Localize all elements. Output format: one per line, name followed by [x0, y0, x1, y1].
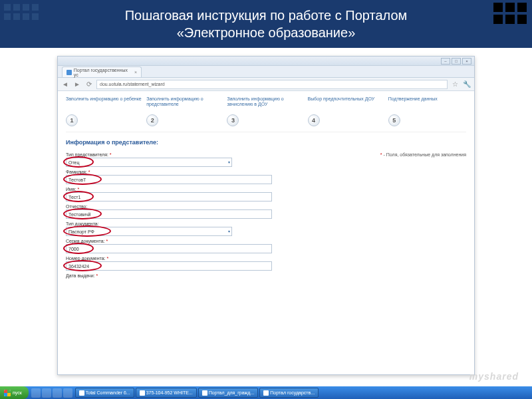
window-controls: – □ ×: [58, 57, 474, 66]
field-label: Тип представителя: *: [66, 152, 368, 157]
form-fields: Тип представителя: * Отец▾ Фамилия: * Те…: [66, 152, 368, 281]
input-value: 36432424: [68, 264, 89, 269]
taskbar-item-label: 375-104-952 WHITE...: [146, 390, 193, 395]
field-label: Имя: *: [66, 187, 368, 192]
chevron-down-icon: ▾: [228, 160, 230, 164]
surname-input[interactable]: ТестовТ: [66, 175, 272, 184]
wizard-step-number: 5: [388, 114, 400, 126]
field-representative-type: Тип представителя: * Отец▾: [66, 152, 368, 167]
wizard-step-label: Заполнить информацию о зачислению в ДОУ: [227, 96, 305, 112]
url-bar: ◄ ► ⟳ dou.uotula.ru/statement_wizard ☆ 🔧: [58, 78, 474, 91]
forward-icon[interactable]: ►: [72, 80, 82, 89]
field-document-number: Номер документа: * 36432424: [66, 256, 368, 271]
app-icon: [263, 390, 269, 396]
taskbar-item-label: Total Commander 6...: [86, 390, 130, 395]
tab-close-icon[interactable]: ×: [134, 70, 137, 74]
required-hint: * - Поля, обязательные для заполнения: [380, 152, 466, 281]
wizard-step-1[interactable]: Заполнить информацию о ребенке 1: [66, 96, 144, 126]
quick-launch-item[interactable]: [53, 388, 62, 398]
wizard-steps: Заполнить информацию о ребенке 1 Заполни…: [66, 96, 466, 132]
field-name: Имя: * Тест1: [66, 187, 368, 201]
field-label: Фамилия: *: [66, 170, 368, 174]
select-value: Отец: [68, 160, 79, 165]
wizard-step-number: 2: [146, 114, 158, 126]
watermark: myshared: [469, 371, 519, 382]
app-icon: [202, 390, 207, 396]
select-value: Паспорт РФ: [68, 229, 94, 234]
minimize-button[interactable]: –: [441, 58, 450, 65]
representative-type-select[interactable]: Отец▾: [66, 158, 232, 167]
input-value: 7000: [68, 247, 79, 251]
form-area: Тип представителя: * Отец▾ Фамилия: * Те…: [66, 152, 466, 281]
field-label: Отчество:: [66, 204, 368, 209]
field-issue-date: Дата выдачи: *: [66, 273, 368, 278]
quick-launch-item[interactable]: [31, 388, 41, 398]
slide-title: Пошаговая инструкция по работе с Портало…: [125, 7, 408, 41]
document-type-select[interactable]: Паспорт РФ▾: [66, 227, 232, 236]
wizard-step-number: 4: [308, 114, 320, 126]
app-icon: [140, 390, 145, 396]
field-surname: Фамилия: * ТестовТ: [66, 170, 368, 184]
wizard-step-4[interactable]: Выбор предпочтительных ДОУ 4: [308, 96, 386, 126]
bookmark-icon[interactable]: ☆: [450, 80, 460, 89]
input-value: Тестовичй: [68, 212, 90, 217]
slide-title-line2: «Электронное образование»: [125, 24, 408, 41]
maximize-button[interactable]: □: [452, 58, 461, 65]
field-document-series: Серия документа: * 7000: [66, 239, 368, 253]
wizard-step-2[interactable]: Заполнить информацию о представителе 2: [146, 96, 224, 126]
field-document-type: Тип документа: Паспорт РФ▾: [66, 221, 368, 236]
deco-squares-left: [4, 4, 39, 20]
back-icon[interactable]: ◄: [61, 80, 70, 89]
document-number-input[interactable]: 36432424: [66, 261, 272, 271]
app-icon: [79, 390, 84, 396]
taskbar-item[interactable]: Total Commander 6...: [75, 388, 134, 398]
document-series-input[interactable]: 7000: [66, 244, 272, 253]
reload-icon[interactable]: ⟳: [84, 80, 94, 89]
field-patronymic: Отчество: Тестовичй: [66, 204, 368, 219]
windows-logo-icon: [4, 390, 11, 396]
slide-title-line1: Пошаговая инструкция по работе с Портало…: [125, 7, 408, 24]
section-title: Информация о представителе:: [66, 139, 466, 146]
field-label: Дата выдачи: *: [66, 273, 368, 278]
browser-tab[interactable]: Портал государственных ус ×: [62, 66, 142, 77]
wizard-step-number: 3: [227, 114, 239, 126]
tab-strip: Портал государственных ус ×: [58, 66, 474, 78]
taskbar-item[interactable]: Портал государств...: [259, 388, 319, 398]
chevron-down-icon: ▾: [228, 229, 230, 233]
slide-title-bar: Пошаговая инструкция по работе с Портало…: [0, 0, 532, 48]
taskbar-item[interactable]: 375-104-952 WHITE...: [136, 388, 197, 398]
page-content: Заполнить информацию о ребенке 1 Заполни…: [58, 91, 474, 376]
url-text: dou.uotula.ru/statement_wizard: [100, 82, 165, 86]
input-value: Тест1: [68, 195, 80, 200]
wizard-step-5[interactable]: Подтвержение данных 5: [388, 96, 466, 126]
taskbar: пуск Total Commander 6... 375-104-952 WH…: [0, 386, 532, 399]
tab-title: Портал государственных ус: [74, 68, 132, 77]
deco-squares-right: [493, 3, 527, 24]
taskbar-item[interactable]: Портал_для_гражд...: [198, 388, 258, 398]
field-label: Тип документа:: [66, 221, 368, 226]
wizard-step-label: Подтвержение данных: [388, 96, 466, 112]
url-input[interactable]: dou.uotula.ru/statement_wizard: [96, 80, 448, 89]
wizard-step-3[interactable]: Заполнить информацию о зачислению в ДОУ …: [227, 96, 305, 126]
wizard-step-label: Выбор предпочтительных ДОУ: [308, 96, 386, 112]
field-label: Номер документа: *: [66, 256, 368, 261]
wrench-icon[interactable]: 🔧: [462, 80, 471, 89]
browser-window: – □ × Портал государственных ус × ◄ ► ⟳ …: [57, 56, 475, 375]
wizard-step-number: 1: [66, 114, 78, 126]
field-label: Серия документа: *: [66, 239, 368, 243]
start-button[interactable]: пуск: [0, 386, 29, 399]
quick-launch: [29, 388, 75, 398]
wizard-step-label: Заполнить информацию о представителе: [146, 96, 224, 112]
input-value: ТестовТ: [68, 178, 86, 182]
taskbar-item-label: Портал_для_гражд...: [209, 390, 254, 395]
wizard-step-label: Заполнить информацию о ребенке: [66, 96, 144, 112]
close-button[interactable]: ×: [462, 58, 471, 65]
start-label: пуск: [13, 390, 22, 395]
taskbar-item-label: Портал государств...: [270, 390, 315, 395]
name-input[interactable]: Тест1: [66, 192, 272, 201]
quick-launch-item[interactable]: [42, 388, 51, 398]
patronymic-input[interactable]: Тестовичй: [66, 209, 272, 219]
favicon-icon: [66, 70, 72, 75]
quick-launch-item[interactable]: [63, 388, 72, 398]
